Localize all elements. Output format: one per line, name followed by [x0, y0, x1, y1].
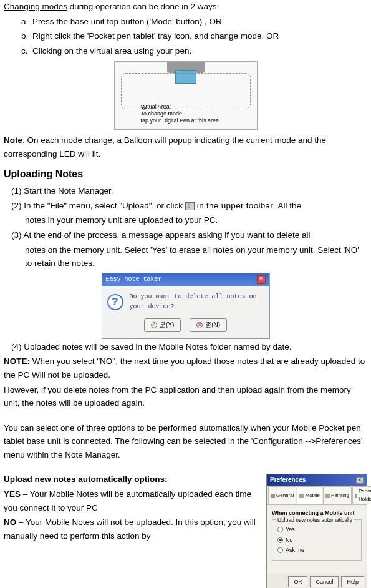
changing-modes-label: Changing modes — [4, 2, 67, 11]
question-icon: ? — [107, 294, 123, 310]
however-text: However, if you delete notes from the PC… — [4, 383, 367, 410]
step-3: (3) At the end of the process, a message… — [4, 228, 367, 242]
prefs-group-title: Upload new notes automatically — [276, 516, 354, 525]
tab-general[interactable]: General — [268, 486, 296, 504]
uploading-notes-heading: Uploading Notes — [4, 166, 367, 182]
list-item-c: c.Clicking on the virtual area using you… — [4, 44, 367, 58]
no-option: NO – Your Mobile Notes will not be uploa… — [4, 516, 261, 542]
list-item-a: a.Press the base unit top button ('Mode'… — [4, 15, 367, 29]
dialog-titlebar: Easy note taker × — [102, 273, 269, 286]
tab-mobile[interactable]: Mobile — [297, 486, 322, 504]
step-2: (2) In the "File" menu, select "Upload",… — [4, 199, 367, 213]
radio-ask-me[interactable]: Ask me — [277, 546, 356, 554]
yes-button[interactable]: ✓是(Y) — [144, 318, 181, 332]
tab-painting[interactable]: Painting — [323, 486, 352, 504]
delete-notes-dialog: Easy note taker × ? Do you want to delet… — [4, 273, 367, 339]
radio-no[interactable]: No — [277, 536, 356, 544]
step-4: (4) Uploaded notes will be saved in the … — [4, 340, 367, 354]
dialog-message: Do you want to delete all notes on your … — [130, 292, 264, 312]
close-icon[interactable]: × — [257, 275, 266, 284]
options-heading: Upload new notes automatically options: — [4, 473, 261, 486]
note-2: NOTE: When you select "NO", the next tim… — [4, 355, 367, 381]
close-icon[interactable]: × — [356, 477, 364, 484]
tab-paper-holder[interactable]: Paper Holder — [352, 486, 371, 504]
step-1: (1) Start the Note Manager. — [4, 184, 367, 198]
note-1: Note: On each mode change, a Balloon wil… — [4, 134, 367, 160]
help-button[interactable]: Help — [341, 576, 364, 587]
preferences-tabs: General Mobile Painting Paper Holder — [267, 486, 367, 505]
virtual-area-figure: ↘ Virtual Area: To change mode, tap your… — [4, 61, 367, 130]
radio-yes[interactable]: Yes — [277, 525, 356, 534]
no-button[interactable]: ✕否(N) — [190, 318, 227, 332]
options-intro: You can select one of three options to b… — [4, 421, 367, 462]
upload-toolbar-icon: ⇧ — [185, 202, 195, 210]
preferences-dialog: Preferences × General Mobile Painting Pa… — [266, 474, 367, 588]
yes-option: YES – Your Mobile Notes will be automati… — [4, 488, 261, 514]
intro-text: Changing modes during operation can be d… — [4, 0, 367, 14]
cancel-button[interactable]: Cancel — [310, 576, 339, 587]
list-item-b: b.Right click the 'Pocket pen tablet' tr… — [4, 29, 367, 43]
preferences-titlebar: Preferences × — [267, 474, 367, 486]
ok-button[interactable]: OK — [288, 576, 307, 587]
